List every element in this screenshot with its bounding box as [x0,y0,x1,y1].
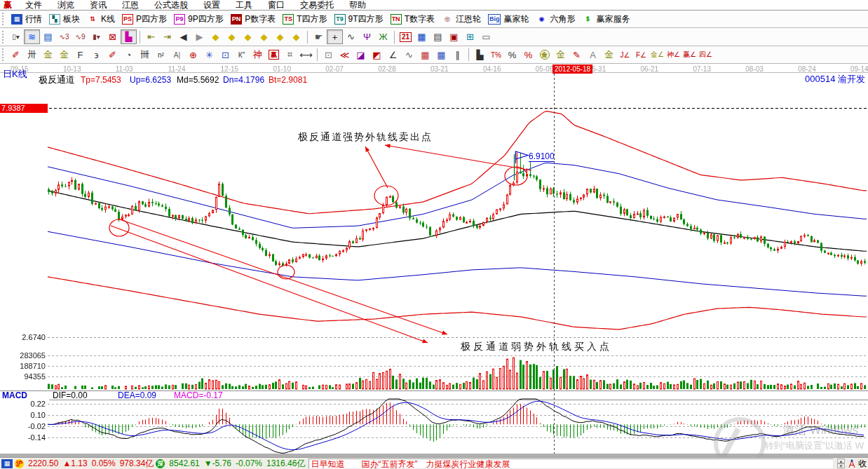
cycle-9-tool-button[interactable]: ∿9 [72,29,88,44]
toolbar-item-winner-service[interactable]: ＄赢家服务 [578,12,633,27]
toolbar-grip[interactable] [2,13,5,25]
fractal-pattern-tool-button[interactable]: Ж [375,29,391,44]
fibonacci-comb-tool-button[interactable]: F [72,48,88,62]
angle-measure-tool-button[interactable]: A| [169,48,185,62]
compress-diamond-button[interactable]: ◆ [256,29,272,44]
time-circle-tool-button[interactable]: ◔ [121,48,137,62]
save-button[interactable]: ▣ [446,29,462,44]
red-pen-tool-button[interactable]: ✐ [8,48,24,62]
menu-item-浏览[interactable]: 浏览 [50,0,82,11]
page-left-button[interactable]: ◀ [175,29,191,44]
spiral-tool-button[interactable]: ϶ [88,48,104,62]
menu-item-帮助[interactable]: 帮助 [341,0,374,11]
toolbar-item-hexagon[interactable]: ◉六角形 [532,12,578,27]
n-square-tool-button[interactable]: n² [153,48,169,62]
box-select-tool-button[interactable]: ⊡ [320,48,337,62]
gold-line-tool-button[interactable]: 金 [552,48,569,62]
anchor-curve-tool-button[interactable]: ∿ [343,29,359,44]
toolbar-item-9p-square[interactable]: P99P四方形 [170,12,227,27]
pen-comb-tool-button[interactable]: ✐ [104,48,121,62]
toolbar-item-t-square[interactable]: TST四方形 [279,12,330,27]
toolbar-item-kline[interactable]: ⇅K线 [83,12,118,27]
gann-grid-tool-1-button[interactable]: ▦ [417,48,433,62]
percent-line-tool-button[interactable]: % [520,48,536,62]
quotes-grid-icon[interactable]: ▦ [1,459,13,468]
angle-fan-tool-button[interactable]: ∠ [385,48,401,62]
gann-grid-red-button[interactable]: ⊠ [104,29,121,44]
spinner-up-button[interactable]: ▲ [837,458,845,463]
menu-item-文件[interactable]: 文件 [18,0,50,11]
app-logo[interactable]: 赢 [2,0,18,11]
toolbar-item-t-number-table[interactable]: TNT数字表 [387,12,438,27]
toolbar-item-sectors[interactable]: ▚板块 [46,12,83,27]
gold-underline-tool-button[interactable]: 金 [601,48,617,62]
menu-item-交易委托[interactable]: 交易委托 [292,0,341,11]
pen-vertical-tool-button[interactable]: ✎ [569,48,585,62]
menu-item-资讯[interactable]: 资讯 [82,0,114,11]
t-percent-tool-button[interactable]: T% [488,48,504,62]
last-screen-button[interactable]: ⇥ [159,29,175,44]
expand-diamond-button[interactable]: ◆ [272,29,288,44]
parallel-lines-tool-button[interactable]: ∥ [449,48,466,62]
comb-tool-2-button[interactable]: 卌 [137,48,153,62]
shanghai-index-group[interactable]: 沪 2220.50 ▲1.13 0.05% 978.34亿 [15,458,154,469]
j-angle-tool-button[interactable]: J∠ [617,48,633,62]
box-grid-tool-button[interactable]: ⊡ [217,48,233,62]
gold-gann-tool-2-button[interactable]: 金 [56,48,72,62]
toolbar-item-9t-square[interactable]: T99T四方形 [331,12,387,27]
shen-tool-button[interactable]: 神 [250,48,266,62]
circle-cross-tool-button[interactable]: ⊕ [185,48,201,62]
toolbar-item-p-number-table[interactable]: PNP数字表 [227,12,280,27]
menu-item-工具[interactable]: 工具 [228,0,260,11]
menu-item-设置[interactable]: 设置 [196,0,228,11]
kline-style-dropdown-button[interactable]: ▯▾ [8,29,24,44]
hand-tool-button[interactable]: ☛ [311,29,327,44]
zoom-out-diamond-button[interactable]: ◆ [208,29,224,44]
stat-columns-tool-button[interactable]: ▙ [472,48,488,62]
stretch-h-diamond-button[interactable]: ◆ [240,29,256,44]
toolbar-item-quotes[interactable]: ▦行情 [8,12,46,27]
star-grid-tool-button[interactable]: ✳ [201,48,217,62]
indicator-name[interactable]: 极反通道 [39,75,75,85]
fan-box-purple-tool-button[interactable]: ◪ [353,48,369,62]
toolbar-item-p-square[interactable]: PSP四方形 [118,12,170,27]
gold-circle-tool-button[interactable]: 金 [536,48,552,62]
info-panel-button[interactable]: ▤ [40,29,56,44]
network-view-button[interactable]: ⊞ [462,29,478,44]
toolbar-grip[interactable] [2,48,5,61]
fan-lines-red-tool-button[interactable]: ≪ [337,48,353,62]
zoom-in-diamond-button[interactable]: ◆ [224,29,240,44]
calculator-button[interactable]: ▦ [414,29,430,44]
ying-tool-button[interactable]: 赢 [266,48,282,62]
shenzhen-index-group[interactable]: 深 8542.61 ▼-5.76 -0.07% 1316.46亿 [156,458,305,469]
menu-item-江恩[interactable]: 江恩 [114,0,147,11]
si-angle-tool-button[interactable]: 四∠ [698,48,714,62]
spinner-down-button[interactable]: ▼ [837,463,845,468]
crosshair-tool-button[interactable]: ＋ [327,29,343,44]
receive-status[interactable]: 收 [847,458,867,469]
period-label[interactable]: 日K线 [3,69,27,79]
count-tool-button[interactable]: К″ [233,48,250,62]
ying-angle-tool-button[interactable]: 赢∠ [681,48,698,62]
gann-fan-purple-tool-button[interactable]: Ψ [359,29,375,44]
menu-item-窗口[interactable]: 窗口 [260,0,292,11]
toolbar-item-winner-wheel[interactable]: Big赢家轮 [484,12,533,27]
expand-all-diamond-button[interactable]: ◆ [288,29,304,44]
comb-tool-button[interactable]: 卅 [24,48,40,62]
ruler-123-tool-button[interactable]: ⌗ [282,48,298,62]
toolbar-grip[interactable] [2,31,5,43]
first-screen-button[interactable]: ⇤ [143,29,159,44]
shen-angle-tool-button[interactable]: 神∠ [665,48,681,62]
a-wave-tool-button[interactable]: A [585,48,601,62]
candle-width-dropdown-button[interactable]: ▮▾ [88,29,104,44]
cycle-3-tool-button[interactable]: ∿3 [56,29,72,44]
menu-item-公式选股[interactable]: 公式选股 [147,0,196,11]
notes-button[interactable]: ▤ [430,29,446,44]
gold-angle-tool-button[interactable]: 金∠ [649,48,665,62]
toolbar-item-gann-wheel[interactable]: ◎江恩轮 [438,12,484,27]
gann-grid-tool-2-button[interactable]: ▦ [433,48,449,62]
gold-gann-tool-1-button[interactable]: 金 [40,48,56,62]
h-measure-tool-button[interactable]: ⟷ [298,48,314,62]
f-angle-tool-button[interactable]: F∠ [633,48,649,62]
printer-button[interactable]: ▭ [478,29,494,44]
